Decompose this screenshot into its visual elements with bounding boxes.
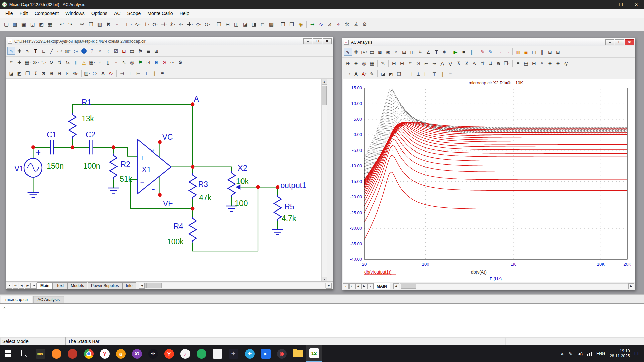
align-bottom-icon[interactable]: ⊥ xyxy=(126,69,134,77)
split-horizontal-icon[interactable]: ◪ xyxy=(241,20,250,29)
taskbar-yandex-button[interactable]: Y xyxy=(97,345,113,362)
scroll-thumb[interactable] xyxy=(322,86,327,105)
tray-chevron-icon[interactable]: ∧ xyxy=(561,351,564,356)
schematic-page-tab-main[interactable]: Main xyxy=(37,282,53,289)
schematic-label-r2[interactable]: R2 xyxy=(121,160,130,169)
page-back-icon[interactable]: ◪ xyxy=(379,70,387,78)
find-point-icon[interactable]: ◎ xyxy=(562,59,570,67)
distribute-vertical-icon[interactable]: ≡ xyxy=(446,70,454,78)
calculator-icon[interactable]: ▩ xyxy=(267,20,276,29)
analysis-horizontal-scrollbar[interactable] xyxy=(400,283,628,289)
analysis-page-nav-4[interactable]: ⇥ xyxy=(367,283,373,289)
align-right-icon[interactable]: ⊢ xyxy=(422,70,430,78)
run-icon[interactable]: ▶ xyxy=(451,48,460,56)
bring-to-front-icon[interactable]: ◩ xyxy=(15,69,23,77)
dropdown-arrow-icon[interactable]: ▾ xyxy=(139,23,141,26)
tile-horizontal-icon[interactable]: ⊟ xyxy=(223,20,232,29)
schematic-window-titlebar[interactable]: ∿ C:\Users\37529\Desktop\Аудио\Параметри… xyxy=(6,37,333,45)
pen-icon[interactable]: ✎ xyxy=(569,351,572,356)
page-copy-icon[interactable]: ❐ xyxy=(23,69,32,77)
text-mode-icon[interactable]: T xyxy=(32,47,40,55)
analysis-window-titlebar[interactable]: ∿ AC Analysis – ❐ ✖ xyxy=(342,38,635,46)
document-tab-microcap-cir[interactable]: microcap.cir xyxy=(1,296,32,303)
schematic-label-51k[interactable]: 51k xyxy=(120,174,132,183)
schematic-label-r5[interactable]: R5 xyxy=(284,202,294,212)
component-mode-icon[interactable]: ∿ xyxy=(23,47,32,55)
schematic-label-x2[interactable]: X2 xyxy=(238,164,247,173)
analysis-page-tab-main[interactable]: MAIN xyxy=(373,283,390,289)
scope-icon[interactable]: ∡ xyxy=(352,20,360,29)
add-wire-icon[interactable]: ∟▾ xyxy=(124,20,133,29)
dropdown-arrow-icon[interactable]: ▾ xyxy=(77,72,79,75)
add-sine-source-icon[interactable]: ∿▾ xyxy=(133,20,142,29)
redo-icon[interactable]: ↷ xyxy=(66,20,75,29)
add-resistor-icon[interactable]: Ω▾ xyxy=(151,20,159,29)
pen-color-icon[interactable]: ✎ xyxy=(368,70,376,78)
r3-resistor-symbol[interactable] xyxy=(189,173,196,199)
schematic-drawing[interactable]: + − + − V1C1150nR113kC2100nR251kX1VCVEAR… xyxy=(6,79,321,282)
pattern-icon[interactable]: ▦▾ xyxy=(23,58,32,66)
zoom-select-icon[interactable]: ⊡ xyxy=(144,58,152,66)
close-button[interactable]: ✕ xyxy=(629,0,644,9)
taskbar-telegram-button[interactable]: ✈ xyxy=(241,345,258,362)
panel-rows-icon[interactable]: ▥ xyxy=(514,48,522,56)
stop-icon[interactable]: ■ xyxy=(460,48,468,56)
panel-wide-icon[interactable]: ⊟ xyxy=(546,48,554,56)
frame-box-2-icon[interactable]: ▭ xyxy=(503,48,511,56)
taskbar-notes-app-button[interactable]: ≡ xyxy=(209,345,225,362)
select-mode-icon[interactable]: ⇖ xyxy=(344,48,352,56)
page-icon[interactable]: ▯ xyxy=(104,58,112,66)
optimizer-icon[interactable]: ⚙ xyxy=(360,20,369,29)
picture-mode-icon[interactable]: ◍▾ xyxy=(64,47,72,55)
pan-mode-icon[interactable]: ✚ xyxy=(352,48,360,56)
find-icon[interactable]: ◎ xyxy=(72,47,80,55)
box-icon[interactable]: ▫ xyxy=(112,58,120,66)
pan-mode-icon[interactable]: ✚ xyxy=(15,47,23,55)
schematic-label-v1[interactable]: V1 xyxy=(14,164,24,173)
analysis-hscroll-right[interactable]: ▶ xyxy=(628,283,634,289)
dropdown-arrow-icon[interactable]: ▾ xyxy=(69,50,71,52)
dropdown-arrow-icon[interactable]: ▾ xyxy=(365,73,366,75)
align-left-icon[interactable]: ⊣ xyxy=(118,69,126,77)
magnifier-icon[interactable]: ◎ xyxy=(360,59,368,67)
print-icon[interactable]: ▦ xyxy=(46,20,54,29)
align-right-icon[interactable]: ⊢ xyxy=(134,69,142,77)
tile-vertical-icon[interactable]: ◫ xyxy=(232,20,241,29)
menu-scope[interactable]: Scope xyxy=(124,9,144,17)
export-image-icon[interactable]: ↧ xyxy=(32,69,40,77)
next-peak-icon[interactable]: ⋀ xyxy=(438,59,446,67)
print-preview-icon[interactable]: ◩ xyxy=(37,20,46,29)
translate-icon[interactable]: ◲ xyxy=(28,20,37,29)
taskbar-torch-browser-button[interactable] xyxy=(64,345,80,362)
menu-component[interactable]: Component xyxy=(31,9,62,17)
panel-stack-icon[interactable]: ≣ xyxy=(522,48,530,56)
error-mark-icon[interactable]: ⊗ xyxy=(160,58,168,66)
frame-box-icon[interactable]: ▭ xyxy=(495,48,503,56)
schematic-page-tab-power-supplies[interactable]: Power Supplies xyxy=(88,282,122,289)
legend-output1[interactable]: db(v(output1)) xyxy=(364,269,392,275)
menu-ac[interactable]: AC xyxy=(111,9,124,17)
page-front-icon[interactable]: ◩ xyxy=(387,70,395,78)
clock[interactable]: 19:1028.11.2025 xyxy=(610,349,630,359)
taskbar-microcap-button[interactable]: 12 xyxy=(306,345,322,362)
options-icon[interactable]: ⚙ xyxy=(176,58,184,66)
taskbar-yandex-browser-button[interactable]: Y xyxy=(161,345,177,362)
panel-split-icon[interactable]: ∥ xyxy=(538,48,546,56)
minimize-button[interactable]: — xyxy=(598,0,613,9)
show-desktop-button[interactable] xyxy=(642,345,644,362)
schematic-page-tab-text[interactable]: Text xyxy=(53,282,67,289)
zoom-area-icon[interactable]: ⊡ xyxy=(64,69,72,77)
legend-a[interactable]: db(v(A)) xyxy=(471,269,487,275)
x-grid-icon[interactable]: ⊞ xyxy=(390,59,398,67)
schematic-label-c2[interactable]: C2 xyxy=(86,130,95,139)
schematic-label-r1[interactable]: R1 xyxy=(82,98,91,107)
tag-slope-icon[interactable]: ∠ xyxy=(424,48,432,56)
taskbar-amigo-button[interactable]: a xyxy=(113,345,129,362)
rotate-icon[interactable]: ⟳ xyxy=(48,58,56,66)
taskbar-chrome-button[interactable] xyxy=(80,345,97,362)
tool-hammer-icon[interactable]: ⚒ xyxy=(343,20,352,29)
add-ground-icon[interactable]: ⊥▾ xyxy=(142,20,151,29)
taskbar-viber-button[interactable]: ✆ xyxy=(129,345,145,362)
wand-icon[interactable]: ✶ xyxy=(440,48,448,56)
region-enable-icon[interactable]: ▤ xyxy=(128,47,136,55)
